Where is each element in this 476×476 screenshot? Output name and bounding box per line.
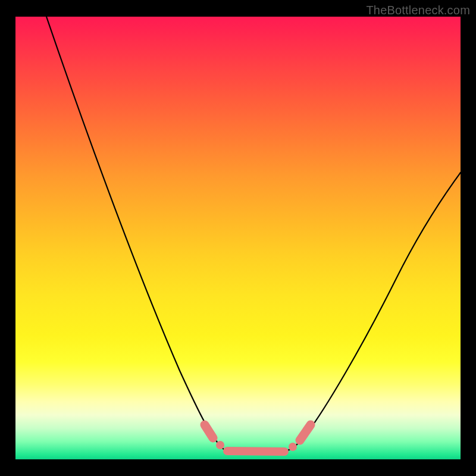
- curve-layer: [15, 17, 461, 459]
- chart-frame: TheBottleneck.com: [0, 0, 476, 476]
- watermark-text: TheBottleneck.com: [366, 4, 470, 17]
- svg-point-0: [216, 441, 224, 449]
- highlight-segment: [205, 425, 311, 452]
- svg-point-1: [289, 443, 297, 451]
- bottleneck-curve: [46, 17, 461, 453]
- plot-area: [15, 17, 461, 459]
